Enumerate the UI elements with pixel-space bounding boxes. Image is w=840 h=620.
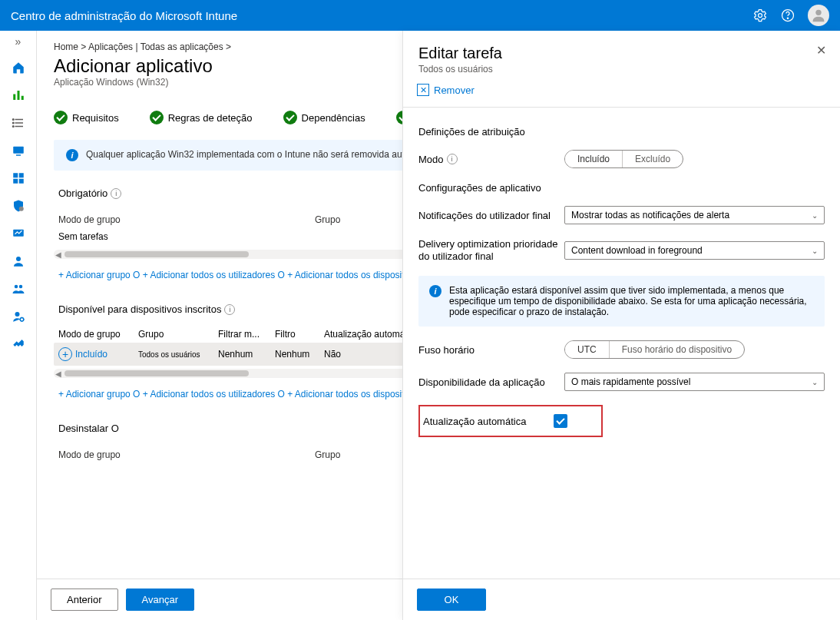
nav-apps[interactable] bbox=[6, 166, 31, 191]
check-icon bbox=[150, 111, 164, 124]
auto-update-checkbox[interactable] bbox=[554, 414, 567, 428]
delivery-label: Delivery optimization prioridade do util… bbox=[418, 238, 564, 262]
svg-point-0 bbox=[759, 14, 762, 18]
timezone-toggle[interactable]: UTC Fuso horário do dispositivo bbox=[564, 340, 745, 359]
svg-rect-13 bbox=[13, 147, 24, 154]
nav-security[interactable] bbox=[6, 194, 31, 218]
svg-point-22 bbox=[14, 285, 18, 289]
hint-icon[interactable]: i bbox=[224, 304, 235, 315]
nav-dashboard[interactable] bbox=[6, 83, 31, 108]
svg-point-2 bbox=[787, 18, 788, 18]
svg-rect-16 bbox=[18, 173, 23, 177]
nav-reports[interactable] bbox=[6, 221, 31, 246]
availability-label: Disponibilidade da aplicação bbox=[418, 376, 564, 388]
edit-panel: Editar tarefa Todos os usuários ✕ ✕ Remo… bbox=[402, 31, 840, 620]
x-icon: ✕ bbox=[417, 84, 429, 96]
svg-rect-14 bbox=[16, 154, 21, 156]
svg-rect-17 bbox=[13, 179, 18, 184]
svg-rect-6 bbox=[21, 96, 23, 100]
auto-update-label: Atualização automática bbox=[423, 416, 554, 427]
chevron-down-icon: ⌄ bbox=[812, 211, 818, 220]
svg-point-19 bbox=[18, 207, 23, 211]
auto-update-highlight: Atualização automática bbox=[418, 405, 603, 437]
assignment-header: Definições de atribuição bbox=[418, 126, 825, 138]
check-icon bbox=[54, 111, 68, 124]
panel-info-banner: i Esta aplicação estará disponível assim… bbox=[418, 276, 825, 327]
chevron-down-icon: ⌄ bbox=[812, 378, 818, 386]
plus-icon: + bbox=[58, 347, 72, 361]
ok-button[interactable]: OK bbox=[417, 589, 486, 611]
availability-select[interactable]: O mais rapidamente possível⌄ bbox=[564, 373, 825, 391]
help-icon[interactable] bbox=[780, 8, 795, 23]
avatar[interactable] bbox=[808, 5, 829, 26]
svg-point-11 bbox=[12, 122, 14, 124]
nav-tenant[interactable] bbox=[6, 304, 31, 329]
step-requirements[interactable]: Requisitos bbox=[54, 111, 119, 124]
svg-point-12 bbox=[12, 126, 14, 128]
svg-point-3 bbox=[815, 10, 821, 15]
crumb-apps[interactable]: Aplicações | Todas as aplicações > bbox=[88, 41, 231, 52]
next-button[interactable]: Avançar bbox=[126, 589, 194, 611]
chevron-down-icon: ⌄ bbox=[812, 246, 818, 254]
mode-included[interactable]: Incluído bbox=[565, 151, 622, 167]
mode-toggle[interactable]: Incluído Excluído bbox=[564, 150, 683, 168]
mode-excluded[interactable]: Excluído bbox=[623, 151, 683, 167]
svg-point-10 bbox=[12, 119, 14, 121]
panel-title: Editar tarefa bbox=[418, 45, 825, 62]
crumb-home[interactable]: Home > bbox=[54, 41, 86, 52]
gear-icon[interactable] bbox=[752, 8, 768, 23]
tz-device[interactable]: Fuso horário do dispositivo bbox=[610, 341, 744, 358]
previous-button[interactable]: Anterior bbox=[51, 589, 118, 611]
hint-icon[interactable]: i bbox=[111, 188, 121, 199]
info-icon: i bbox=[66, 149, 78, 161]
nav-users[interactable] bbox=[6, 249, 31, 274]
nav-home[interactable] bbox=[6, 55, 31, 80]
svg-point-25 bbox=[20, 318, 24, 322]
step-dependencies[interactable]: Dependências bbox=[283, 111, 365, 124]
svg-point-23 bbox=[18, 285, 22, 289]
svg-rect-15 bbox=[13, 173, 18, 177]
nav-list[interactable] bbox=[6, 111, 31, 135]
svg-point-24 bbox=[15, 312, 19, 317]
svg-rect-4 bbox=[13, 94, 15, 101]
svg-rect-5 bbox=[17, 91, 19, 100]
app-title: Centro de administração do Microsoft Int… bbox=[11, 9, 752, 22]
collapse-icon[interactable]: » bbox=[15, 35, 21, 48]
notifications-select[interactable]: Mostrar todas as notificações de alerta⌄ bbox=[564, 206, 825, 224]
notifications-label: Notificações do utilizador final bbox=[418, 210, 564, 221]
nav-devices[interactable] bbox=[6, 138, 31, 163]
appcfg-header: Configurações de aplicativo bbox=[418, 182, 825, 194]
check-icon bbox=[283, 111, 297, 124]
delivery-select[interactable]: Content download in foreground⌄ bbox=[564, 241, 825, 260]
step-detection[interactable]: Regras de deteção bbox=[150, 111, 253, 124]
hint-icon[interactable]: i bbox=[447, 154, 458, 164]
nav-troubleshoot[interactable] bbox=[6, 332, 31, 356]
tz-utc[interactable]: UTC bbox=[565, 341, 609, 358]
nav-groups[interactable] bbox=[6, 277, 31, 301]
info-icon: i bbox=[429, 285, 441, 297]
close-icon[interactable]: ✕ bbox=[816, 43, 826, 58]
topbar: Centro de administração do Microsoft Int… bbox=[0, 0, 840, 31]
mode-label: Modo bbox=[418, 154, 444, 165]
timezone-label: Fuso horário bbox=[418, 344, 564, 356]
svg-rect-18 bbox=[18, 179, 23, 184]
svg-point-21 bbox=[16, 257, 21, 261]
sidebar: » bbox=[0, 31, 37, 620]
remove-button[interactable]: ✕ Remover bbox=[403, 79, 840, 108]
panel-subtitle: Todos os usuários bbox=[418, 64, 825, 75]
